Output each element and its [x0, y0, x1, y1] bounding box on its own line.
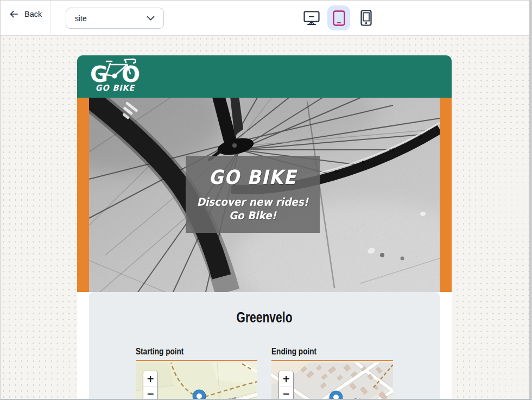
page-select-value: site [75, 14, 87, 23]
site-preview: G O GO BIKE [77, 55, 452, 399]
ending-point-column: Ending point [271, 346, 393, 399]
content-panel: Greenvelo Starting point [89, 292, 440, 399]
ending-point-map[interactable]: Syluzyna + − [271, 363, 393, 399]
device-mobile-button[interactable] [354, 5, 377, 30]
place-label: Syluzyna [354, 397, 373, 399]
svg-text:G: G [90, 62, 108, 84]
map-zoom-control: + − [278, 371, 294, 399]
site-header: G O GO BIKE [77, 55, 452, 98]
preview-canvas: G O GO BIKE [1, 36, 531, 399]
starting-point-label: Starting point [136, 346, 233, 357]
starting-point-underline [136, 360, 257, 361]
toolbar-divider [50, 1, 51, 35]
zoom-out-button[interactable]: − [279, 386, 293, 399]
device-desktop-button[interactable] [300, 5, 323, 30]
logo-text: GO BIKE [90, 83, 141, 93]
starting-point-map[interactable]: Klinkierowa + − [136, 363, 257, 399]
zoom-in-button[interactable]: + [279, 371, 293, 386]
back-arrow-icon [9, 10, 18, 18]
hero-border-right [440, 98, 452, 292]
ending-point-label: Ending point [271, 346, 369, 357]
desktop-icon [303, 11, 320, 26]
map-zoom-control: + − [143, 371, 158, 399]
bike-logo-icon: G O [90, 58, 140, 84]
device-tablet-button[interactable] [327, 5, 350, 30]
section-heading: Greenvelo [164, 309, 365, 326]
hero-subtitle-line2: Go Bike! [191, 209, 314, 223]
hero-overlay: GO BIKE Discover new rides! Go Bike! [186, 156, 320, 233]
tablet-icon [333, 10, 345, 26]
hero-subtitle-line1: Discover new rides! [191, 195, 314, 209]
site-logo[interactable]: G O GO BIKE [88, 58, 142, 93]
top-toolbar: Back site [1, 1, 531, 36]
app-window: Back site [0, 0, 532, 400]
hero-border-left [77, 98, 89, 292]
hero-title: GO BIKE [192, 166, 313, 188]
device-toolbar [300, 5, 377, 30]
chevron-down-icon [147, 16, 155, 21]
zoom-in-button[interactable]: + [143, 371, 157, 386]
starting-point-column: Starting point [136, 346, 257, 399]
hero-subtitle: Discover new rides! Go Bike! [191, 195, 314, 223]
back-label: Back [24, 10, 42, 18]
hero-section: GO BIKE Discover new rides! Go Bike! [77, 98, 452, 292]
zoom-out-button[interactable]: − [143, 386, 157, 399]
ending-point-underline [271, 360, 393, 361]
scrollbar[interactable] [529, 1, 531, 399]
mobile-icon [360, 10, 372, 26]
page-select[interactable]: site [66, 8, 164, 29]
back-button[interactable]: Back [9, 10, 42, 18]
site-body: Greenvelo Starting point [77, 292, 452, 399]
